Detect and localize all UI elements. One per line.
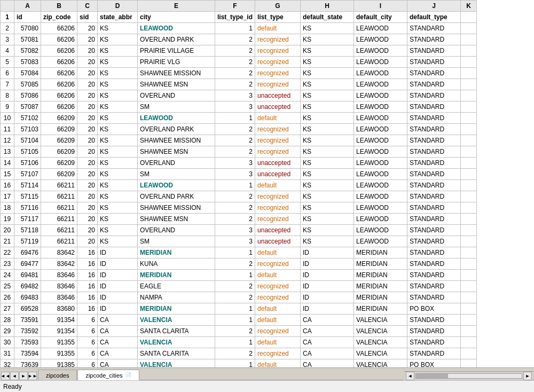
cell-default-state[interactable]: KS: [301, 57, 354, 68]
cell-state[interactable]: ID: [98, 258, 138, 270]
cell-state[interactable]: KS: [98, 191, 138, 202]
cell-ltid[interactable]: 1: [215, 113, 255, 124]
cell-lt[interactable]: default: [255, 315, 301, 326]
cell-ltid[interactable]: 2: [215, 135, 255, 146]
cell-lt[interactable]: recognized: [255, 68, 301, 79]
cell-state[interactable]: CA: [98, 326, 138, 337]
cell-zip[interactable]: 66206: [41, 101, 77, 113]
cell-id[interactable]: 57118: [14, 225, 41, 236]
cell-sid[interactable]: 20: [77, 90, 98, 101]
cell-state[interactable]: KS: [98, 45, 138, 57]
cell-sid[interactable]: 6: [77, 359, 98, 368]
cell-default-type[interactable]: STANDARD: [407, 292, 461, 303]
cell-ltid[interactable]: 2: [215, 146, 255, 158]
cell-default-city[interactable]: LEAWOOD: [354, 23, 407, 34]
cell-default-city[interactable]: LEAWOOD: [354, 113, 407, 124]
cell-lt[interactable]: unaccepted: [255, 90, 301, 101]
cell-id[interactable]: 57117: [14, 214, 41, 225]
cell-default-state[interactable]: CA: [301, 348, 354, 359]
cell-default-state[interactable]: KS: [301, 202, 354, 214]
cell-id[interactable]: 73592: [14, 326, 41, 337]
cell-id[interactable]: 57107: [14, 169, 41, 180]
cell-default-type[interactable]: STANDARD: [407, 281, 461, 292]
cell-default-city[interactable]: LEAWOOD: [354, 146, 407, 158]
cell-default-city[interactable]: VALENCIA: [354, 326, 407, 337]
cell-state[interactable]: KS: [98, 214, 138, 225]
cell-city[interactable]: SM: [138, 101, 215, 113]
cell-zip[interactable]: 66211: [41, 202, 77, 214]
cell-id[interactable]: 73593: [14, 337, 41, 348]
cell-ltid[interactable]: 2: [215, 348, 255, 359]
cell-default-city[interactable]: LEAWOOD: [354, 57, 407, 68]
cell-state[interactable]: KS: [98, 79, 138, 90]
cell-id[interactable]: 69528: [14, 303, 41, 315]
cell-lt[interactable]: unaccepted: [255, 236, 301, 247]
cell-state[interactable]: CA: [98, 337, 138, 348]
cell-lt[interactable]: unaccepted: [255, 101, 301, 113]
cell-lt[interactable]: default: [255, 113, 301, 124]
cell-sid[interactable]: 20: [77, 225, 98, 236]
cell-zip[interactable]: 66206: [41, 45, 77, 57]
cell-zip[interactable]: 91385: [41, 359, 77, 368]
cell-zip[interactable]: 83646: [41, 270, 77, 281]
cell-default-state[interactable]: CA: [301, 326, 354, 337]
cell-ltid[interactable]: 3: [215, 158, 255, 169]
cell-ltid[interactable]: 2: [215, 326, 255, 337]
cell-state[interactable]: KS: [98, 101, 138, 113]
cell-zip[interactable]: 66211: [41, 214, 77, 225]
cell-zip[interactable]: 66209: [41, 169, 77, 180]
cell-lt[interactable]: recognized: [255, 258, 301, 270]
cell-city[interactable]: EAGLE: [138, 281, 215, 292]
cell-lt[interactable]: recognized: [255, 79, 301, 90]
cell-city[interactable]: SHAWNEE MSN: [138, 79, 215, 90]
cell-id[interactable]: 57115: [14, 191, 41, 202]
cell-default-type[interactable]: STANDARD: [407, 326, 461, 337]
cell-default-type[interactable]: STANDARD: [407, 146, 461, 158]
cell-state[interactable]: KS: [98, 202, 138, 214]
tab-nav-prev[interactable]: ◄: [10, 372, 19, 380]
cell-city[interactable]: VALENCIA: [138, 359, 215, 368]
cell-default-type[interactable]: STANDARD: [407, 191, 461, 202]
cell-zip[interactable]: 66211: [41, 180, 77, 191]
cell-default-type[interactable]: STANDARD: [407, 348, 461, 359]
cell-default-city[interactable]: LEAWOOD: [354, 124, 407, 135]
cell-state[interactable]: KS: [98, 90, 138, 101]
cell-default-city[interactable]: LEAWOOD: [354, 180, 407, 191]
cell-sid[interactable]: 16: [77, 281, 98, 292]
cell-id[interactable]: 69481: [14, 270, 41, 281]
cell-zip[interactable]: 66206: [41, 68, 77, 79]
cell-state[interactable]: KS: [98, 158, 138, 169]
cell-default-type[interactable]: STANDARD: [407, 90, 461, 101]
cell-ltid[interactable]: 2: [215, 68, 255, 79]
cell-state[interactable]: ID: [98, 270, 138, 281]
cell-default-city[interactable]: LEAWOOD: [354, 101, 407, 113]
cell-zip[interactable]: 66206: [41, 79, 77, 90]
cell-sid[interactable]: 20: [77, 57, 98, 68]
cell-id[interactable]: 57087: [14, 101, 41, 113]
cell-id[interactable]: 69482: [14, 281, 41, 292]
cell-ltid[interactable]: 2: [215, 281, 255, 292]
cell-city[interactable]: SANTA CLARITA: [138, 348, 215, 359]
cell-id[interactable]: 69483: [14, 292, 41, 303]
cell-sid[interactable]: 16: [77, 247, 98, 258]
cell-zip[interactable]: 66211: [41, 191, 77, 202]
cell-lt[interactable]: recognized: [255, 292, 301, 303]
cell-id[interactable]: 69477: [14, 258, 41, 270]
cell-sid[interactable]: 20: [77, 180, 98, 191]
cell-zip[interactable]: 66209: [41, 146, 77, 158]
cell-zip[interactable]: 83642: [41, 258, 77, 270]
cell-sid[interactable]: 20: [77, 158, 98, 169]
col-header-G[interactable]: G: [255, 1, 301, 12]
cell-sid[interactable]: 6: [77, 337, 98, 348]
cell-city[interactable]: OVERLAND: [138, 158, 215, 169]
cell-ltid[interactable]: 1: [215, 247, 255, 258]
cell-id[interactable]: 57084: [14, 68, 41, 79]
cell-city[interactable]: MERIDIAN: [138, 270, 215, 281]
cell-ltid[interactable]: 2: [215, 124, 255, 135]
cell-ltid[interactable]: 2: [215, 57, 255, 68]
cell-state[interactable]: ID: [98, 247, 138, 258]
cell-id[interactable]: 57080: [14, 23, 41, 34]
cell-default-state[interactable]: KS: [301, 68, 354, 79]
cell-default-state[interactable]: CA: [301, 315, 354, 326]
cell-id[interactable]: 73639: [14, 359, 41, 368]
